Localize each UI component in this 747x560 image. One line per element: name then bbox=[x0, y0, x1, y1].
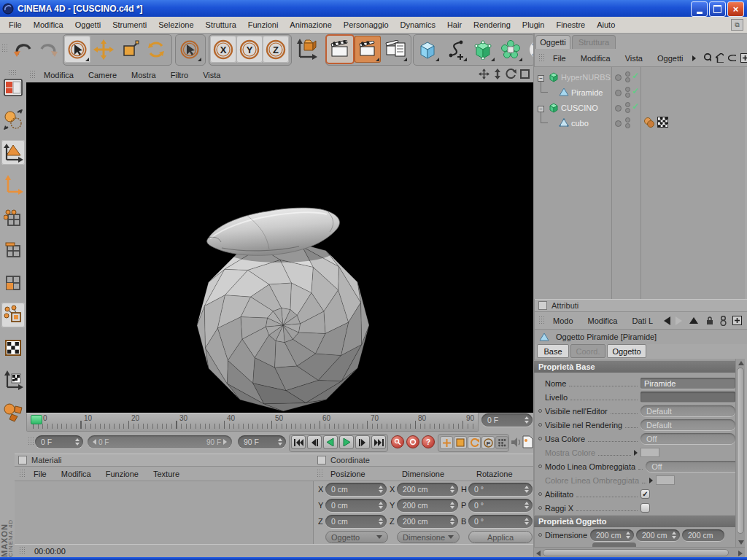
dim-z-field[interactable]: 200 cm bbox=[397, 515, 458, 528]
om-menu-file[interactable]: File bbox=[546, 52, 573, 64]
rot-h-field[interactable]: 0 ° bbox=[468, 483, 533, 496]
attr-grip[interactable] bbox=[538, 316, 545, 325]
viewport-pan-icon[interactable] bbox=[479, 69, 489, 79]
coordinate-system-icon[interactable] bbox=[293, 36, 320, 63]
enabled-check-icon[interactable]: ✓ bbox=[632, 101, 639, 112]
menu-dynamics[interactable]: Dynamics bbox=[395, 18, 441, 31]
tab-oggetti[interactable]: Oggetti bbox=[535, 35, 570, 49]
visibility-toggles[interactable] bbox=[625, 71, 629, 82]
materials-list-area[interactable] bbox=[15, 481, 314, 544]
om-add-layer-icon[interactable] bbox=[740, 53, 747, 63]
attributes-pin-icon[interactable] bbox=[538, 301, 547, 310]
next-key-icon[interactable] bbox=[355, 435, 370, 449]
abilitato-checkbox[interactable]: ✓ bbox=[640, 489, 650, 499]
current-frame-field[interactable]: 0 F bbox=[481, 413, 533, 427]
mat-menu-file[interactable]: File bbox=[27, 468, 53, 480]
edges-mode-icon[interactable] bbox=[1, 238, 25, 262]
layout-icon[interactable] bbox=[1, 75, 25, 100]
materials-grip[interactable] bbox=[19, 469, 26, 478]
redo-icon[interactable] bbox=[36, 36, 63, 63]
expand-arrow-icon[interactable] bbox=[634, 450, 638, 456]
visibile-rendering-dropdown[interactable]: Default bbox=[640, 419, 735, 430]
attributes-hscrollbar[interactable] bbox=[534, 547, 745, 557]
texture-axis-mode-icon[interactable] bbox=[1, 368, 25, 392]
viewport-maximize-icon[interactable] bbox=[520, 69, 530, 79]
livello-field[interactable] bbox=[640, 392, 735, 402]
coordinates-pin-icon[interactable] bbox=[317, 456, 326, 464]
vp-menu-camere[interactable]: Camere bbox=[82, 69, 123, 81]
menu-funzioni[interactable]: Funzioni bbox=[242, 18, 285, 31]
om-search-icon[interactable] bbox=[703, 52, 711, 63]
scroll-up-icon[interactable] bbox=[738, 361, 744, 365]
object-snap-icon[interactable] bbox=[1, 400, 25, 424]
tree-item-hypernurbs[interactable]: HyperNURBS bbox=[561, 73, 611, 82]
menu-plugin[interactable]: Plugin bbox=[516, 18, 551, 31]
end-frame-field[interactable]: 90 F bbox=[238, 435, 286, 448]
tab-oggetto[interactable]: Oggetto bbox=[607, 344, 646, 358]
points-mode-icon[interactable] bbox=[1, 206, 25, 230]
attr-menu-modifica[interactable]: Modifica bbox=[581, 315, 624, 327]
collapse-hypernurbs-icon[interactable]: − bbox=[538, 75, 544, 82]
om-menu-oggetti[interactable]: Oggetti bbox=[651, 52, 689, 64]
vp-menu-vista[interactable]: Vista bbox=[196, 69, 227, 81]
menu-oggetti[interactable]: Oggetti bbox=[69, 18, 107, 31]
sound-icon[interactable] bbox=[511, 437, 522, 449]
vp-menu-filtro[interactable]: Filtro bbox=[164, 69, 195, 81]
scroll-down-icon[interactable] bbox=[738, 540, 744, 545]
viewport-canvas[interactable] bbox=[26, 82, 533, 413]
visibile-editor-dropdown[interactable]: Default bbox=[640, 405, 735, 416]
record-options-icon[interactable] bbox=[406, 435, 419, 448]
transport-grip[interactable] bbox=[28, 437, 34, 446]
undo-icon[interactable] bbox=[9, 36, 35, 63]
coord-mode-dropdown[interactable]: Dimensione bbox=[397, 531, 460, 543]
sphere-object[interactable] bbox=[197, 239, 369, 411]
parent-object-icon[interactable] bbox=[689, 317, 698, 324]
animation-mode-icon[interactable] bbox=[1, 303, 25, 327]
statusbar-grip[interactable] bbox=[19, 546, 26, 556]
render-settings-icon[interactable] bbox=[382, 36, 409, 63]
raggi-x-checkbox[interactable] bbox=[640, 503, 650, 513]
object-tree[interactable] bbox=[534, 67, 745, 299]
mostra-colore-swatch[interactable] bbox=[640, 448, 659, 457]
selection-filter-icon[interactable] bbox=[177, 36, 203, 63]
visibility-toggles[interactable] bbox=[625, 102, 629, 112]
om-menu-overflow-icon[interactable] bbox=[692, 55, 696, 61]
pos-y-field[interactable]: 0 cm bbox=[325, 499, 387, 512]
tree-item-cubo[interactable]: cubo bbox=[571, 119, 589, 128]
section-proprieta-oggetto[interactable]: Proprietà Oggetto bbox=[534, 515, 735, 527]
attributes-vscrollbar[interactable] bbox=[735, 359, 745, 547]
vp-menu-modifica[interactable]: Modifica bbox=[37, 69, 80, 81]
render-view-icon[interactable] bbox=[327, 36, 353, 63]
pos-x-field[interactable]: 0 cm bbox=[325, 483, 387, 496]
make-editable-icon[interactable] bbox=[1, 107, 25, 132]
menu-aiuto[interactable]: Aiuto bbox=[591, 18, 621, 31]
record-position-icon[interactable] bbox=[440, 436, 453, 449]
rotate-tool-icon[interactable] bbox=[143, 36, 169, 63]
visibility-toggles[interactable] bbox=[625, 117, 629, 128]
menu-struttura[interactable]: Struttura bbox=[200, 18, 242, 31]
object-axis-mode-icon[interactable] bbox=[1, 173, 25, 198]
rot-p-field[interactable]: 0 ° bbox=[468, 499, 533, 512]
dim-x-field[interactable]: 200 cm bbox=[397, 483, 458, 496]
render-active-view-icon[interactable] bbox=[355, 36, 381, 63]
history-back-icon[interactable] bbox=[664, 316, 670, 325]
dimensione-z-field[interactable]: 200 cm bbox=[682, 529, 724, 541]
minimize-button[interactable] bbox=[691, 1, 708, 17]
mat-menu-funzione[interactable]: Funzione bbox=[99, 468, 145, 480]
dimensione-y-field[interactable]: 200 cm bbox=[636, 529, 680, 541]
attr-menu-modo[interactable]: Modo bbox=[546, 315, 580, 327]
titlebar[interactable]: CINEMA 4D - [CUSCINO.c4d *] × bbox=[0, 0, 747, 17]
scroll-right-icon[interactable] bbox=[738, 551, 743, 556]
history-forward-icon[interactable] bbox=[676, 316, 682, 325]
expand-tools-icon[interactable] bbox=[525, 36, 533, 63]
live-selection-icon[interactable] bbox=[64, 36, 90, 63]
pos-z-field[interactable]: 0 cm bbox=[325, 515, 387, 528]
section-proprieta-base[interactable]: Proprietà Base bbox=[534, 360, 735, 373]
menu-animazione[interactable]: Animazione bbox=[284, 18, 337, 31]
apply-button[interactable]: Applica bbox=[468, 531, 533, 543]
modo-linea-dropdown[interactable]: Off bbox=[646, 461, 740, 472]
model-mode-icon[interactable] bbox=[1, 140, 25, 165]
om-menu-vista[interactable]: Vista bbox=[619, 52, 649, 64]
add-spline-icon[interactable] bbox=[442, 36, 468, 63]
layer-dot[interactable] bbox=[615, 74, 622, 81]
